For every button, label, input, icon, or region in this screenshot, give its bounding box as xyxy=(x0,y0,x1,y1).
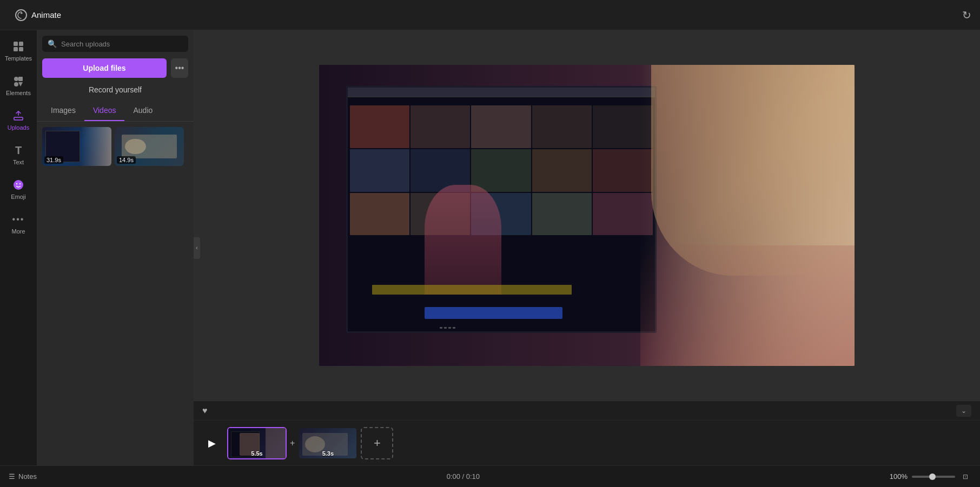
video-thumb-1[interactable]: 31.9s xyxy=(42,127,111,166)
tab-audio-label: Audio xyxy=(133,106,153,115)
emoji-icon xyxy=(12,178,25,191)
video-grid: 31.9s 14.9s xyxy=(37,122,194,465)
clip-separator-1: + xyxy=(290,438,295,448)
search-wrap: 🔍 xyxy=(42,36,188,52)
tab-audio[interactable]: Audio xyxy=(124,101,161,121)
svg-rect-2 xyxy=(14,47,18,51)
text-icon: T xyxy=(12,144,25,157)
upload-files-row: Upload files ••• xyxy=(37,55,194,81)
upload-files-label: Upload files xyxy=(83,64,125,72)
svg-point-7 xyxy=(14,82,18,86)
preview-canvas xyxy=(319,65,855,366)
sidebar-item-label: Emoji xyxy=(11,194,26,200)
record-yourself-button[interactable]: Record yourself xyxy=(37,81,194,101)
clip-track: 5.5s + 5.3s + xyxy=(227,427,971,459)
video-preview xyxy=(319,65,855,366)
uploads-search-area: 🔍 xyxy=(37,30,194,55)
sidebar-item-templates[interactable]: Templates xyxy=(2,35,35,67)
heart-icon: ♥ xyxy=(202,406,208,416)
animate-icon xyxy=(15,9,27,21)
play-icon: ▶ xyxy=(208,437,216,449)
sidebar-item-more[interactable]: ••• More xyxy=(2,208,35,240)
main-layout: Templates Elements Uploads xyxy=(0,30,980,465)
animate-label: Animate xyxy=(31,10,61,19)
search-input[interactable] xyxy=(61,40,183,48)
svg-point-9 xyxy=(14,180,23,190)
video-duration-1: 31.9s xyxy=(44,156,63,164)
expand-timeline-button[interactable]: ⌄ xyxy=(956,405,971,417)
sidebar-item-label: More xyxy=(11,228,25,235)
svg-point-11 xyxy=(19,183,21,184)
sidebar-icons: Templates Elements Uploads xyxy=(0,30,37,465)
zoom-slider[interactable] xyxy=(912,476,955,478)
svg-rect-1 xyxy=(19,42,23,46)
clip-1-duration: 5.5s xyxy=(251,450,262,457)
video-thumb-2[interactable]: 14.9s xyxy=(115,127,184,166)
tab-videos[interactable]: Videos xyxy=(84,101,125,121)
upload-more-icon: ••• xyxy=(175,63,184,73)
sidebar-item-label: Uploads xyxy=(8,124,29,131)
sidebar-item-label: Templates xyxy=(5,55,32,62)
refresh-icon[interactable]: ↻ xyxy=(962,9,971,21)
notes-button[interactable]: ☰ Notes xyxy=(9,472,37,481)
svg-point-4 xyxy=(14,77,18,81)
tab-images-label: Images xyxy=(51,106,76,115)
zoom-level: 100% xyxy=(890,472,908,481)
animate-button[interactable]: Animate xyxy=(9,6,68,24)
svg-rect-8 xyxy=(14,117,23,120)
zoom-controls: 100% ⊡ xyxy=(890,472,971,482)
expand-icon: ⌄ xyxy=(961,407,966,415)
play-button[interactable]: ▶ xyxy=(202,433,222,453)
timeline-content: ▶ 5.5s + xyxy=(194,421,980,465)
record-label: Record yourself xyxy=(89,85,142,94)
sidebar-item-uploads[interactable]: Uploads xyxy=(2,104,35,136)
notes-label: Notes xyxy=(18,472,37,481)
sidebar-item-emoji[interactable]: Emoji xyxy=(2,173,35,205)
svg-rect-3 xyxy=(19,47,23,51)
timeline-area: ♥ ⌄ ▶ 5.5s xyxy=(194,401,980,465)
upload-more-button[interactable]: ••• xyxy=(171,58,188,78)
timeline-top: ♥ ⌄ xyxy=(194,401,980,421)
canvas-area: ♥ ⌄ ▶ 5.5s xyxy=(194,30,980,465)
uploads-icon xyxy=(12,109,25,122)
clip-2-duration: 5.3s xyxy=(322,450,334,457)
time-display: 0:00 / 0:10 xyxy=(447,472,480,481)
elements-icon xyxy=(12,75,25,88)
uploads-panel: 🔍 Upload files ••• Record yourself Image… xyxy=(37,30,194,465)
sidebar-item-label: Elements xyxy=(6,90,31,96)
status-bar: ☰ Notes 0:00 / 0:10 100% ⊡ xyxy=(0,465,980,487)
notes-icon: ☰ xyxy=(9,472,15,481)
media-tabs: Images Videos Audio xyxy=(37,101,194,122)
add-clip-icon: + xyxy=(374,436,381,450)
upload-files-button[interactable]: Upload files xyxy=(42,58,167,78)
sidebar-item-text[interactable]: T Text xyxy=(2,138,35,171)
clip-1[interactable]: 5.5s xyxy=(227,427,287,459)
fit-button[interactable]: ⊡ xyxy=(959,472,971,482)
collapse-panel-button[interactable]: ‹ xyxy=(194,237,200,259)
more-icon: ••• xyxy=(12,213,25,226)
sidebar-item-label: Text xyxy=(13,159,24,165)
video-duration-2: 14.9s xyxy=(117,156,136,164)
svg-rect-5 xyxy=(18,77,23,81)
tab-images[interactable]: Images xyxy=(42,101,84,121)
add-clip-button[interactable]: + xyxy=(361,427,393,459)
search-icon: 🔍 xyxy=(48,39,57,48)
svg-point-10 xyxy=(16,183,17,184)
tab-videos-label: Videos xyxy=(93,106,116,115)
sidebar-item-elements[interactable]: Elements xyxy=(2,69,35,102)
clip-2[interactable]: 5.3s xyxy=(298,427,357,459)
top-bar: Animate ↻ xyxy=(0,0,980,30)
svg-marker-6 xyxy=(18,82,23,86)
templates-icon xyxy=(12,40,25,53)
svg-rect-0 xyxy=(14,42,18,46)
preview-container xyxy=(194,30,980,401)
fit-icon: ⊡ xyxy=(963,473,968,481)
